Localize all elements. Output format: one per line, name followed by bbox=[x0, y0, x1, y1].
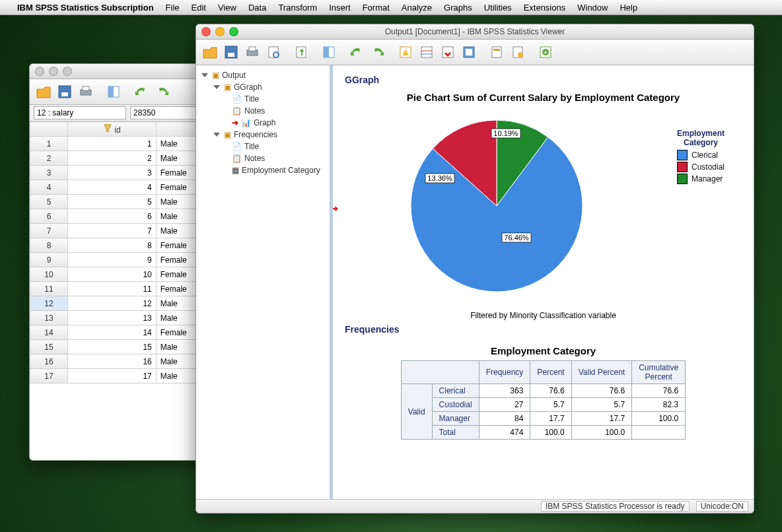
cell-pct[interactable]: 5.7 bbox=[530, 398, 571, 412]
close-icon[interactable] bbox=[35, 67, 44, 76]
row-header[interactable]: 14 bbox=[30, 325, 68, 340]
row-header[interactable]: 13 bbox=[30, 311, 68, 325]
cell-freq[interactable]: 474 bbox=[479, 426, 530, 440]
outline-ggraph[interactable]: ▣GGraph bbox=[199, 81, 327, 93]
row-header[interactable]: 9 bbox=[30, 253, 68, 267]
cell-pct[interactable]: 76.6 bbox=[530, 384, 571, 398]
row-header[interactable]: 2 bbox=[30, 151, 68, 166]
minimize-icon[interactable] bbox=[49, 67, 58, 76]
cell-id[interactable]: 9 bbox=[68, 253, 157, 267]
insert-text-icon[interactable] bbox=[508, 42, 528, 62]
outline-output[interactable]: ▣Output bbox=[199, 69, 327, 81]
cell-freq[interactable]: 84 bbox=[479, 412, 530, 426]
row-label[interactable]: Custodial bbox=[432, 398, 479, 412]
goto-icon[interactable] bbox=[104, 82, 124, 102]
output-canvas[interactable]: ➔ GGraph Pie Chart Sum of Current Salary… bbox=[330, 65, 754, 499]
row-label[interactable]: Clerical bbox=[432, 384, 479, 398]
outline-ggraph-title[interactable]: 📄Title bbox=[199, 93, 327, 105]
row-header[interactable]: 12 bbox=[30, 296, 68, 311]
cell-id[interactable]: 5 bbox=[68, 195, 157, 209]
undo-icon[interactable] bbox=[131, 82, 151, 102]
menu-transform[interactable]: Transform bbox=[278, 3, 317, 13]
cell-id[interactable]: 17 bbox=[68, 369, 157, 383]
row-header[interactable]: 6 bbox=[30, 209, 68, 224]
cell-cpct[interactable]: 76.6 bbox=[632, 384, 686, 398]
row-header[interactable]: 17 bbox=[30, 369, 68, 383]
row-header[interactable]: 3 bbox=[30, 166, 68, 180]
menu-edit[interactable]: Edit bbox=[192, 3, 206, 13]
row-header[interactable]: 10 bbox=[30, 267, 68, 282]
save-icon[interactable] bbox=[55, 82, 75, 102]
cell-id[interactable]: 14 bbox=[68, 325, 157, 340]
row-header[interactable]: 7 bbox=[30, 224, 68, 238]
cell-cpct[interactable] bbox=[632, 426, 686, 440]
redo-icon[interactable] bbox=[368, 42, 388, 62]
cell-freq[interactable]: 363 bbox=[479, 384, 530, 398]
macos-menubar[interactable]: IBM SPSS Statistics Subscription File Ed… bbox=[0, 0, 782, 15]
pie-chart[interactable]: Pie Chart Sum of Current Salary by Emplo… bbox=[345, 92, 742, 320]
open-icon[interactable] bbox=[34, 82, 53, 102]
col-id[interactable]: id bbox=[68, 122, 157, 137]
menu-file[interactable]: File bbox=[166, 3, 180, 13]
zoom-icon[interactable] bbox=[229, 27, 238, 36]
cell-id[interactable]: 2 bbox=[68, 151, 157, 166]
row-header[interactable]: 16 bbox=[30, 354, 68, 369]
menu-insert[interactable]: Insert bbox=[329, 3, 351, 13]
cell-id[interactable]: 16 bbox=[68, 354, 157, 369]
row-header[interactable]: 15 bbox=[30, 340, 68, 354]
cell-id[interactable]: 12 bbox=[68, 296, 157, 311]
outline-freq-title[interactable]: 📄Title bbox=[199, 141, 327, 152]
cell-id[interactable]: 11 bbox=[68, 282, 157, 296]
export-icon[interactable] bbox=[291, 42, 311, 62]
output-viewer-window[interactable]: Output1 [Document1] - IBM SPSS Statistic… bbox=[196, 24, 754, 514]
col-percent[interactable]: Percent bbox=[530, 361, 571, 384]
corner-header[interactable] bbox=[30, 122, 68, 137]
menu-utilities[interactable]: Utilities bbox=[484, 3, 512, 13]
variables-icon[interactable] bbox=[417, 42, 437, 62]
cell-reference-input[interactable] bbox=[34, 106, 126, 119]
outline-freq-notes[interactable]: 📋Notes bbox=[199, 152, 327, 164]
menu-extensions[interactable]: Extensions bbox=[524, 3, 566, 13]
cell-vpct[interactable]: 76.6 bbox=[571, 384, 631, 398]
cell-id[interactable]: 4 bbox=[68, 180, 157, 195]
open-icon[interactable] bbox=[200, 42, 220, 62]
menu-view[interactable]: View bbox=[218, 3, 236, 13]
cell-freq[interactable]: 27 bbox=[479, 398, 530, 412]
output-outline[interactable]: ▣Output ▣GGraph 📄Title 📋Notes ➔📊Graph ▣F… bbox=[196, 65, 330, 499]
outline-freq-table[interactable]: ▦Employment Category bbox=[199, 164, 327, 176]
cell-vpct[interactable]: 100.0 bbox=[571, 426, 631, 440]
row-label[interactable]: Total bbox=[432, 426, 479, 440]
minimize-icon[interactable] bbox=[215, 27, 225, 36]
cell-id[interactable]: 10 bbox=[68, 267, 157, 282]
zoom-icon[interactable] bbox=[63, 67, 72, 76]
cell-id[interactable]: 6 bbox=[68, 209, 157, 224]
app-name[interactable]: IBM SPSS Statistics Subscription bbox=[17, 3, 154, 13]
cell-id[interactable]: 8 bbox=[68, 238, 157, 253]
cell-id[interactable]: 7 bbox=[68, 224, 157, 238]
cell-id[interactable]: 3 bbox=[68, 166, 157, 180]
menu-analyze[interactable]: Analyze bbox=[402, 3, 432, 13]
cell-id[interactable]: 13 bbox=[68, 311, 157, 325]
close-icon[interactable] bbox=[201, 27, 211, 36]
cell-value-input[interactable] bbox=[130, 106, 196, 119]
menu-format[interactable]: Format bbox=[363, 3, 390, 13]
menu-graphs[interactable]: Graphs bbox=[444, 3, 472, 13]
insert-heading-icon[interactable] bbox=[487, 42, 507, 62]
dialog-recall-icon[interactable] bbox=[396, 42, 415, 62]
cell-cpct[interactable]: 100.0 bbox=[632, 412, 686, 426]
row-header[interactable]: 5 bbox=[30, 195, 68, 209]
cell-pct[interactable]: 17.7 bbox=[530, 412, 571, 426]
row-header[interactable]: 8 bbox=[30, 238, 68, 253]
cell-cpct[interactable]: 82.3 bbox=[632, 398, 686, 412]
menu-window[interactable]: Window bbox=[577, 3, 608, 13]
print-icon[interactable] bbox=[76, 82, 96, 102]
col-frequency[interactable]: Frequency bbox=[479, 361, 530, 384]
cell-id[interactable]: 15 bbox=[68, 340, 157, 354]
designate-window-icon[interactable]: + bbox=[536, 42, 555, 62]
row-label[interactable]: Manager bbox=[432, 412, 479, 426]
outline-ggraph-graph[interactable]: ➔📊Graph bbox=[199, 117, 327, 129]
cell-vpct[interactable]: 5.7 bbox=[571, 398, 631, 412]
cell-pct[interactable]: 100.0 bbox=[530, 426, 571, 440]
cell-id[interactable]: 1 bbox=[68, 137, 157, 151]
col-valid-percent[interactable]: Valid Percent bbox=[571, 361, 631, 384]
